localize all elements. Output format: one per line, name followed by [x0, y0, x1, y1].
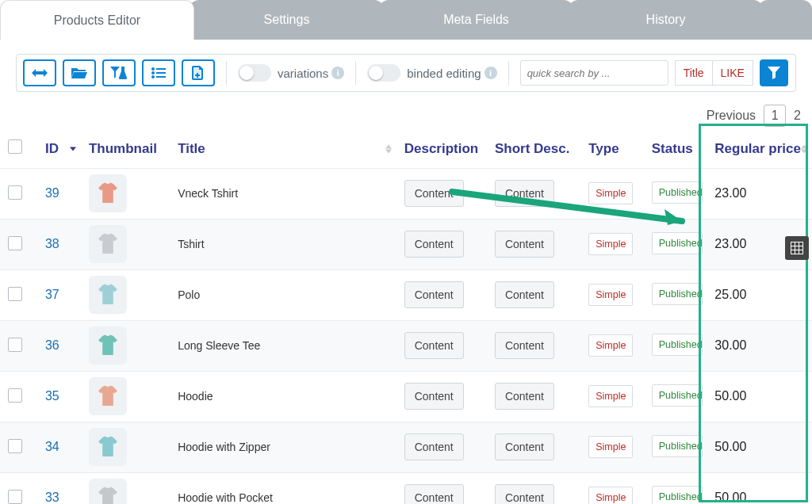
row-checkbox[interactable]	[8, 490, 22, 504]
folder-open-icon	[71, 67, 87, 79]
col-header-thumbnail[interactable]: Thumbnail	[81, 130, 170, 168]
tab-label: Settings	[264, 13, 310, 27]
list-button[interactable]	[142, 59, 175, 86]
row-status-badge[interactable]: Published	[652, 334, 703, 356]
filter-field-select[interactable]: Title	[675, 60, 712, 86]
row-short-desc-button[interactable]: Content	[495, 433, 554, 460]
row-type-badge[interactable]: Simple	[588, 334, 633, 357]
row-short-desc-button[interactable]: Content	[495, 383, 554, 410]
row-short-desc-button[interactable]: Content	[495, 281, 554, 308]
row-status-badge[interactable]: Published	[652, 181, 703, 204]
row-thumbnail[interactable]	[89, 326, 127, 365]
row-checkbox[interactable]	[8, 236, 22, 250]
row-id-link[interactable]: 36	[45, 338, 59, 352]
row-title[interactable]: Hoodie	[178, 390, 213, 403]
col-header-type[interactable]: Type	[580, 130, 644, 168]
binded-editing-toggle[interactable]	[367, 64, 400, 82]
info-icon[interactable]: i	[331, 67, 344, 79]
col-header-regular-price[interactable]: Regular price	[707, 130, 812, 168]
row-short-desc-button[interactable]: Content	[495, 484, 554, 504]
col-header-checkbox[interactable]	[0, 130, 37, 168]
filter-op-select[interactable]: LIKE	[712, 60, 753, 86]
row-regular-price[interactable]: 50.00	[714, 440, 746, 453]
row-thumbnail[interactable]	[89, 225, 127, 263]
row-id-link[interactable]: 34	[45, 440, 59, 453]
row-title[interactable]: Tshirt	[178, 238, 204, 250]
variations-toggle[interactable]	[238, 64, 271, 82]
tab-meta-fields[interactable]: Meta Fields	[379, 0, 573, 40]
row-id-link[interactable]: 35	[45, 389, 59, 403]
quick-search-input[interactable]	[520, 60, 668, 86]
row-thumbnail[interactable]	[89, 428, 127, 466]
open-button[interactable]	[63, 59, 96, 86]
col-header-id[interactable]: ID	[37, 130, 81, 168]
funnel-flask-icon	[110, 67, 128, 79]
row-status-badge[interactable]: Published	[652, 486, 703, 505]
row-id-link[interactable]: 38	[45, 237, 59, 250]
row-description-button[interactable]: Content	[404, 433, 464, 460]
tab-products-editor[interactable]: Products Editor	[0, 0, 194, 40]
row-status-badge[interactable]: Published	[652, 283, 703, 305]
pager-page-1[interactable]: 1	[764, 105, 786, 127]
row-description-button[interactable]: Content	[404, 180, 464, 207]
row-regular-price[interactable]: 23.00	[714, 237, 746, 250]
row-title[interactable]: Long Sleeve Tee	[178, 339, 260, 352]
row-title[interactable]: Hoodie with Pocket	[178, 491, 273, 504]
row-description-button[interactable]: Content	[404, 281, 464, 308]
info-icon[interactable]: i	[485, 67, 497, 79]
calculator-icon	[791, 242, 803, 254]
row-short-desc-button[interactable]: Content	[495, 180, 554, 207]
row-regular-price[interactable]: 23.00	[714, 186, 746, 200]
row-thumbnail[interactable]	[89, 479, 127, 504]
filter-lab-button[interactable]	[102, 59, 136, 86]
col-header-short-desc[interactable]: Short Desc.	[487, 130, 580, 168]
row-thumbnail[interactable]	[89, 276, 127, 314]
row-title[interactable]: Vneck Tshirt	[178, 187, 238, 200]
row-checkbox[interactable]	[8, 338, 22, 352]
row-type-badge[interactable]: Simple	[588, 182, 633, 204]
add-button[interactable]	[182, 59, 215, 86]
row-regular-price[interactable]: 50.00	[714, 389, 746, 403]
row-type-badge[interactable]: Simple	[588, 284, 633, 306]
row-status-badge[interactable]: Published	[652, 435, 703, 457]
row-description-button[interactable]: Content	[404, 332, 464, 359]
row-title[interactable]: Polo	[178, 288, 200, 301]
row-description-button[interactable]: Content	[404, 484, 464, 504]
row-regular-price[interactable]: 50.00	[714, 491, 746, 504]
row-status-badge[interactable]: Published	[652, 384, 703, 407]
row-type-badge[interactable]: Simple	[588, 487, 633, 504]
row-short-desc-button[interactable]: Content	[495, 231, 554, 258]
row-thumbnail[interactable]	[89, 174, 127, 212]
table-row: 34 Hoodie with Zipper Content Content Si…	[0, 422, 812, 472]
row-description-button[interactable]: Content	[404, 383, 464, 410]
row-checkbox[interactable]	[8, 439, 22, 453]
row-regular-price[interactable]: 25.00	[714, 288, 746, 301]
products-table: ID Thumbnail Title Description Short Des…	[0, 130, 812, 504]
row-short-desc-button[interactable]: Content	[495, 332, 554, 359]
row-checkbox[interactable]	[8, 287, 22, 301]
row-checkbox[interactable]	[8, 185, 22, 200]
row-id-link[interactable]: 33	[45, 491, 59, 504]
row-title[interactable]: Hoodie with Zipper	[178, 441, 270, 453]
row-type-badge[interactable]: Simple	[588, 436, 633, 458]
col-header-description[interactable]: Description	[396, 130, 487, 168]
row-regular-price[interactable]: 30.00	[714, 338, 746, 352]
row-checkbox[interactable]	[8, 388, 22, 403]
apply-filter-button[interactable]	[760, 59, 788, 86]
row-type-badge[interactable]: Simple	[588, 385, 633, 407]
row-description-button[interactable]: Content	[404, 231, 464, 258]
col-header-status[interactable]: Status	[644, 130, 707, 168]
pager-page-2[interactable]: 2	[794, 109, 801, 123]
row-id-link[interactable]: 37	[45, 288, 59, 301]
expand-button[interactable]	[23, 59, 56, 86]
tab-history[interactable]: History	[569, 0, 763, 40]
row-id-link[interactable]: 39	[45, 186, 59, 200]
row-status-badge[interactable]: Published	[652, 232, 703, 254]
pager-previous[interactable]: Previous	[707, 109, 756, 123]
row-thumbnail[interactable]	[89, 377, 127, 415]
col-header-title[interactable]: Title	[170, 130, 396, 168]
tab-settings[interactable]: Settings	[190, 0, 384, 40]
calc-tool-button[interactable]	[785, 236, 809, 260]
select-all-checkbox[interactable]	[8, 139, 22, 154]
row-type-badge[interactable]: Simple	[588, 233, 633, 255]
